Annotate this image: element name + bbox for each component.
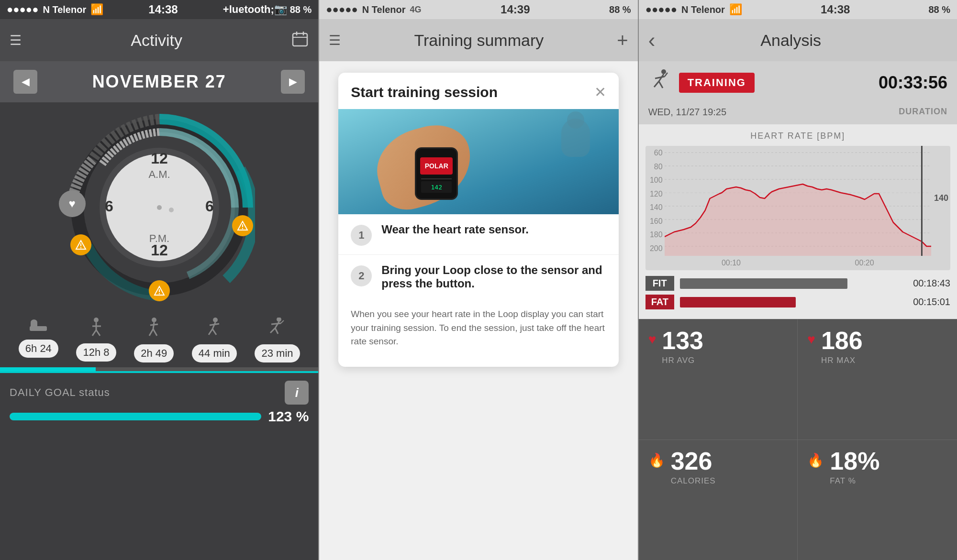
brisk-walk-icon bbox=[206, 318, 223, 341]
brisk-walk-value: 44 min bbox=[192, 344, 237, 362]
step-1-content: Wear the heart rate sensor. bbox=[381, 223, 529, 238]
calories-content: 326 CALORIES bbox=[671, 449, 716, 486]
status-bar-2: ●●●●● N Telenor 4G 14:39 88 % bbox=[319, 0, 637, 19]
back-button-3[interactable]: ‹ bbox=[648, 28, 656, 52]
svg-point-12 bbox=[158, 293, 159, 294]
svg-point-43 bbox=[277, 318, 281, 322]
calendar-button-1[interactable] bbox=[291, 30, 309, 51]
goal-bar-fill bbox=[10, 413, 261, 420]
signal-1: ●●●●● bbox=[7, 3, 38, 16]
nav-bar-3: ‹ Analysis bbox=[639, 19, 957, 61]
step-1-number: 1 bbox=[351, 225, 372, 246]
sleep-progress bbox=[0, 367, 96, 371]
fit-zone-row: FIT 00:18:43 bbox=[645, 276, 950, 291]
hr-avg-value: 133 bbox=[662, 328, 703, 353]
modal-title: Start training session bbox=[351, 84, 498, 100]
warning-icon-2[interactable] bbox=[232, 215, 253, 236]
sleep-value: 6h 24 bbox=[19, 340, 58, 358]
svg-line-30 bbox=[92, 330, 96, 336]
sleep-activity: 6h 24 bbox=[19, 318, 58, 362]
step-2-content: Bring your Loop close to the sensor and … bbox=[381, 264, 606, 292]
svg-line-36 bbox=[153, 329, 157, 336]
fat-time: 00:15:01 bbox=[913, 296, 950, 307]
network-badge: 4G bbox=[410, 5, 422, 15]
close-modal-button[interactable]: ✕ bbox=[594, 85, 606, 99]
sit-activity: 12h 8 bbox=[76, 318, 116, 362]
fat-pct-cell: 🔥 18% FAT % bbox=[798, 440, 957, 560]
time-2: 14:39 bbox=[501, 3, 530, 16]
highlight-140: 140 bbox=[934, 193, 948, 203]
activity-content: ◀ NOVEMBER 27 ▶ ♥ bbox=[0, 61, 318, 560]
carrier-1: N Telenor bbox=[43, 4, 86, 15]
svg-point-9 bbox=[242, 228, 243, 229]
wristband-display: 142 bbox=[421, 181, 452, 193]
date-header: ◀ NOVEMBER 27 ▶ bbox=[0, 61, 318, 102]
status-left-3: ●●●●● N Telenor 📶 bbox=[645, 3, 742, 16]
status-right-3: 88 % bbox=[928, 4, 950, 15]
fit-label: FIT bbox=[645, 276, 674, 291]
duration-value: 00:33:56 bbox=[879, 73, 947, 93]
signal-2: ●●●●● bbox=[326, 3, 357, 16]
step-2-title: Bring your Loop close to the sensor and … bbox=[381, 264, 606, 290]
walk-value: 2h 49 bbox=[134, 344, 174, 362]
svg-text:6: 6 bbox=[105, 198, 113, 215]
add-button-2[interactable]: + bbox=[617, 30, 628, 51]
nav-bar-2: ☰ Training summary + bbox=[319, 19, 637, 61]
carrier-2: N Telenor bbox=[362, 4, 406, 15]
svg-point-23 bbox=[157, 205, 162, 210]
menu-button-2[interactable]: ☰ bbox=[329, 33, 341, 48]
training-header-row: TRAINING 00:33:56 bbox=[639, 61, 957, 104]
daily-goal-section: DAILY GOAL status i bbox=[0, 373, 318, 408]
training-date: WED, 11/27 19:25 bbox=[648, 107, 726, 118]
status-right-1: +luetooth;📷 88 % bbox=[223, 3, 312, 16]
svg-text:12: 12 bbox=[151, 150, 168, 167]
warning-icon-1[interactable] bbox=[70, 234, 91, 255]
svg-point-27 bbox=[31, 319, 37, 325]
svg-point-38 bbox=[213, 318, 218, 322]
page-title-3: Analysis bbox=[760, 31, 821, 50]
svg-line-41 bbox=[212, 329, 216, 335]
time-1: 14:38 bbox=[148, 3, 178, 16]
menu-button-1[interactable]: ☰ bbox=[10, 33, 22, 48]
calories-label: CALORIES bbox=[671, 476, 716, 486]
wifi-icon-1: 📶 bbox=[90, 3, 103, 16]
warning-icon-3[interactable] bbox=[149, 280, 170, 301]
step-note: When you see your heart rate in the Loop… bbox=[338, 301, 618, 355]
next-date-button[interactable]: ▶ bbox=[281, 70, 305, 94]
battery-2: 88 % bbox=[609, 4, 631, 15]
svg-line-34 bbox=[153, 322, 154, 329]
modal-header: Start training session ✕ bbox=[338, 73, 618, 109]
hr-avg-cell: ♥ 133 HR AVG bbox=[639, 319, 798, 440]
svg-line-48 bbox=[281, 320, 284, 323]
chart-x-labels: 00:10 00:20 bbox=[665, 256, 931, 270]
zone-bars: FIT 00:18:43 FAT 00:15:01 bbox=[639, 270, 957, 319]
activity-clock: ♥ bbox=[64, 112, 255, 303]
favorite-button[interactable]: ♥ bbox=[59, 190, 86, 217]
page-title-1: Activity bbox=[131, 31, 182, 50]
goal-percent: 123 % bbox=[268, 408, 309, 425]
fat-pct-value: 18% bbox=[830, 449, 879, 473]
svg-line-42 bbox=[210, 324, 219, 325]
battery-3: 88 % bbox=[928, 4, 950, 15]
svg-line-52 bbox=[659, 81, 663, 88]
info-button[interactable]: i bbox=[285, 381, 309, 405]
run-icon bbox=[268, 318, 286, 341]
status-left-2: ●●●●● N Telenor 4G bbox=[326, 3, 421, 16]
nav-bar-1: ☰ Activity bbox=[0, 19, 318, 61]
analysis-panel: ●●●●● N Telenor 📶 14:38 88 % ‹ Analysis bbox=[639, 0, 957, 560]
goal-bar-container bbox=[10, 413, 261, 420]
status-left-1: ●●●●● N Telenor 📶 bbox=[7, 3, 103, 16]
wristband-separator bbox=[421, 178, 452, 179]
svg-line-40 bbox=[209, 329, 212, 335]
prev-date-button[interactable]: ◀ bbox=[13, 70, 37, 94]
svg-line-53 bbox=[655, 77, 665, 78]
fat-pct-content: 18% FAT % bbox=[830, 449, 879, 486]
svg-line-39 bbox=[212, 322, 215, 329]
svg-line-51 bbox=[654, 81, 659, 87]
svg-line-35 bbox=[149, 329, 153, 336]
sleep-icon bbox=[29, 318, 48, 337]
stats-grid: ♥ 133 HR AVG ♥ 186 HR MAX 🔥 326 CALORIES bbox=[639, 319, 957, 560]
calories-icon: 🔥 bbox=[648, 452, 665, 468]
svg-point-49 bbox=[661, 69, 666, 74]
page-title-2: Training summary bbox=[414, 31, 544, 50]
